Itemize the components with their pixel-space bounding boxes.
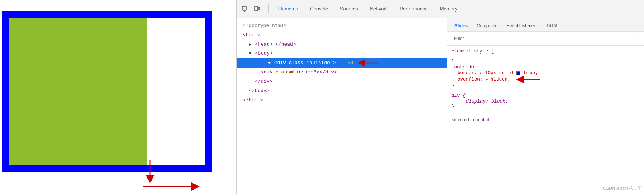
outside-rule-close: } bbox=[451, 83, 639, 88]
head-triangle[interactable]: ▶ bbox=[249, 42, 251, 47]
dom-panel: <!doctype html> <html> ▶ <head>…</head> … bbox=[237, 18, 447, 194]
dom-doctype: <!doctype html> bbox=[237, 21, 447, 31]
tab-elements[interactable]: Elements bbox=[272, 0, 304, 18]
border-prop: border: ▶ 10px solid blue; bbox=[451, 70, 639, 76]
doctype-text: <!doctype html> bbox=[243, 23, 287, 28]
svg-rect-2 bbox=[242, 6, 246, 10]
dom-html[interactable]: <html> bbox=[237, 31, 447, 40]
arrow-to-selected bbox=[358, 59, 380, 67]
devtools-panel: Elements Console Sources Network Perform… bbox=[236, 0, 644, 194]
div-rule-close: } bbox=[451, 104, 639, 109]
outside-selector: .outside { bbox=[451, 64, 639, 70]
dom-close-outside: </div> bbox=[237, 77, 447, 87]
dom-outside-div[interactable]: ··· ▼ <div class="outside"> == $0 bbox=[237, 58, 447, 68]
styles-subtabs: Styles Computed Event Listeners DOM bbox=[447, 18, 644, 32]
inherited-header: Inherited from html bbox=[451, 114, 639, 122]
styles-panel: Styles Computed Event Listeners DOM elem… bbox=[447, 18, 644, 194]
dom-head[interactable]: ▶ <head>…</head> bbox=[237, 40, 447, 49]
element-style-selector: element.style { bbox=[451, 49, 639, 54]
subtab-event-listeners[interactable]: Event Listeners bbox=[502, 21, 542, 31]
tab-memory[interactable]: Memory bbox=[434, 0, 463, 18]
inspect-icon[interactable] bbox=[240, 4, 250, 14]
csdn-watermark: CSDN @默默花上开 bbox=[603, 185, 641, 191]
element-style-close: } bbox=[451, 55, 639, 60]
subtab-styles[interactable]: Styles bbox=[450, 21, 472, 31]
subtab-dom[interactable]: DOM bbox=[542, 21, 561, 31]
svg-point-7 bbox=[256, 10, 257, 11]
device-icon[interactable] bbox=[252, 4, 262, 14]
arrow-right-indicator bbox=[143, 175, 203, 194]
outside-box bbox=[2, 11, 212, 172]
tab-sources[interactable]: Sources bbox=[334, 0, 364, 18]
element-style-block: element.style { } bbox=[451, 49, 639, 60]
div-selector: div { bbox=[451, 93, 639, 98]
tab-console[interactable]: Console bbox=[304, 0, 334, 18]
svg-rect-6 bbox=[258, 7, 260, 10]
filter-input[interactable] bbox=[451, 34, 640, 43]
tab-performance[interactable]: Performance bbox=[394, 0, 433, 18]
dom-close-body: </body> bbox=[237, 87, 447, 96]
tab-network[interactable]: Network bbox=[364, 0, 394, 18]
inherited-tag: html bbox=[480, 117, 489, 122]
toolbar-icons bbox=[240, 4, 262, 14]
arrow-to-overflow bbox=[516, 76, 542, 83]
div-rule-block: div { display: block; } bbox=[451, 93, 639, 109]
outside-rule-block: .outside { border: ▶ 10px solid blue; ov… bbox=[451, 64, 639, 88]
blue-color-swatch[interactable] bbox=[516, 71, 520, 75]
devtools-main: <!doctype html> <html> ▶ <head>…</head> … bbox=[237, 18, 644, 194]
html-tag: <html> bbox=[243, 32, 260, 38]
dom-inside-div[interactable]: <div class="inside"></div> bbox=[237, 68, 447, 77]
dom-body[interactable]: ▼ <body> bbox=[237, 49, 447, 58]
body-triangle[interactable]: ▼ bbox=[249, 51, 251, 56]
inside-box bbox=[5, 14, 147, 171]
preview-panel bbox=[0, 0, 236, 194]
toolbar-divider bbox=[268, 4, 269, 13]
display-prop: display: block; bbox=[451, 99, 639, 104]
dom-close-html: </html> bbox=[237, 96, 447, 105]
styles-filter bbox=[447, 32, 644, 46]
subtab-computed[interactable]: Computed bbox=[472, 21, 502, 31]
styles-content: element.style { } .outside { border: ▶ 1… bbox=[447, 46, 644, 194]
devtools-toolbar: Elements Console Sources Network Perform… bbox=[237, 0, 644, 18]
devtools-tabs: Elements Console Sources Network Perform… bbox=[272, 0, 463, 18]
overflow-prop: overflow: ▶ hidden; bbox=[451, 76, 639, 83]
